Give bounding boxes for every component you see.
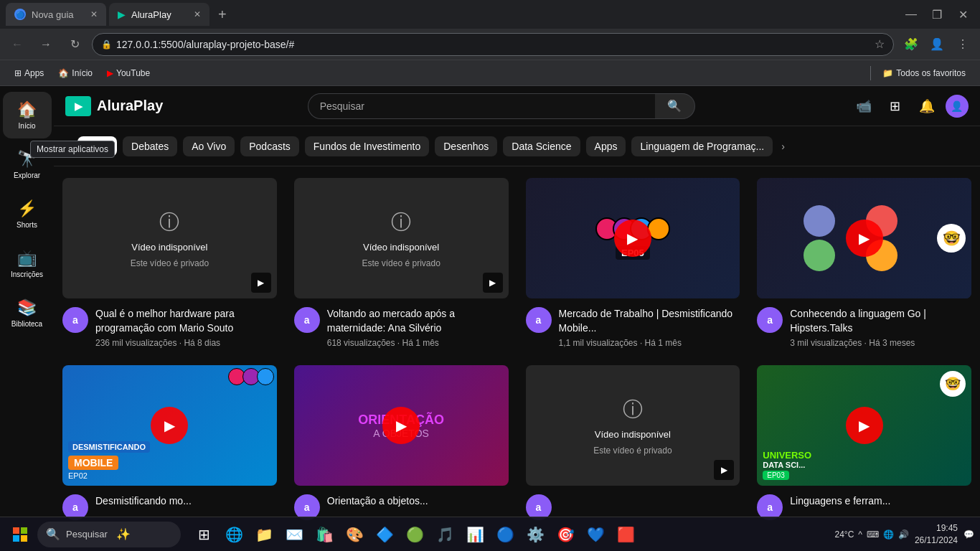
bookmark-youtube[interactable]: ▶ YouTube (101, 65, 156, 81)
tab-aluraplay-close-btn[interactable]: ✕ (194, 9, 201, 19)
video-meta-1: Qual é o melhor hardware para programaçã… (95, 307, 277, 348)
app15-icon[interactable]: 🟥 (611, 520, 640, 549)
search-button[interactable]: 🔍 (655, 93, 695, 119)
search-input[interactable] (308, 93, 655, 119)
back-button[interactable]: ← (6, 33, 29, 56)
store-icon[interactable]: 🛍️ (310, 520, 339, 549)
svg-rect-3 (21, 535, 27, 542)
svg-rect-1 (21, 527, 27, 534)
play-btn-2: ▶ (483, 273, 503, 293)
video-card-6[interactable]: ORIENTAÇÃO A OBJETOS ▶ a Orientação a ob… (286, 359, 517, 532)
menu-button[interactable]: ⋮ (951, 33, 974, 56)
filter-fundos[interactable]: Fundos de Investimento (305, 136, 429, 156)
apps-grid-button[interactable]: ⊞ (882, 93, 908, 119)
profile-button[interactable]: 👤 (925, 33, 948, 56)
video-card-5[interactable]: DESMISTIFICANDO MOBILE EP02 ▶ a (54, 359, 286, 532)
minimize-button[interactable]: — (900, 3, 923, 26)
copilot-icon: ✨ (116, 527, 131, 541)
address-bar[interactable]: 🔒 127.0.0.1:5500/aluraplay-projeto-base/… (92, 33, 894, 56)
taskbar-arrow-icon[interactable]: ^ (858, 529, 862, 540)
mail-icon[interactable]: ✉️ (280, 520, 308, 549)
yt-play-v3: ▶ (614, 220, 651, 257)
app-container: 🏠 Início 🔭 Explorar ⚡ Shorts 📺 Inscriçõe… (0, 86, 980, 537)
video-info-1: a Qual é o melhor hardware para programa… (62, 307, 277, 348)
chrome-icon[interactable]: 🔵 (491, 520, 519, 549)
start-button[interactable] (6, 520, 34, 549)
sidebar-inicio-label: Início (19, 122, 36, 130)
close-window-button[interactable]: ✕ (951, 3, 974, 26)
notifications-button[interactable]: 🔔 (914, 93, 940, 119)
video-card-3[interactable]: EP05 ▶ a Mercado de Trabalho | Desmistif… (517, 172, 749, 359)
taskbar-sound-icon[interactable]: 🔊 (898, 529, 909, 540)
taskbar-network-icon[interactable]: 🌐 (883, 529, 894, 540)
sidebar-item-biblioteca[interactable]: 📚 Biblioteca (3, 290, 52, 336)
app8-icon[interactable]: 🟢 (400, 520, 429, 549)
app6-icon[interactable]: 🎨 (340, 520, 369, 549)
taskbar-date: 26/11/2024 (915, 534, 958, 547)
sidebar-shorts-label: Shorts (17, 221, 37, 229)
video-title-5: Desmistificando mo... (95, 494, 277, 509)
filter-scroll-right[interactable]: › (778, 138, 788, 155)
bookmark-inicio[interactable]: 🏠 Início (52, 65, 98, 81)
tab-nova-guia[interactable]: 🔵 Nova guia ✕ (6, 3, 106, 26)
app10-icon[interactable]: 📊 (461, 520, 489, 549)
unavailable-title-2: Vídeo indisponível (363, 242, 439, 253)
explorer-icon[interactable]: 📁 (250, 520, 278, 549)
unavailable-title-1: Vídeo indisponível (131, 242, 207, 253)
new-tab-button[interactable]: + (212, 4, 232, 26)
filter-apps[interactable]: Apps (586, 136, 626, 156)
video-meta-4: Conhecendo a linguagem Go | Hipsters.Tal… (790, 307, 971, 348)
create-video-button[interactable]: 📹 (851, 93, 877, 119)
tab-aluraplay[interactable]: ▶ AluraPlay ✕ (109, 3, 209, 26)
sidebar-explorar-label: Explorar (14, 171, 40, 179)
unavailable-sub-1: Este vídeo é privado (131, 258, 209, 268)
app9-icon[interactable]: 🎵 (430, 520, 459, 549)
refresh-button[interactable]: ↻ (63, 33, 86, 56)
forward-button[interactable]: → (34, 33, 57, 56)
maximize-button[interactable]: ❐ (925, 3, 948, 26)
sidebar-item-shorts[interactable]: ⚡ Shorts (3, 191, 52, 237)
taskbar-time[interactable]: 19:45 26/11/2024 (915, 522, 958, 547)
video-thumb-1: ⓘ Vídeo indisponível Este vídeo é privad… (62, 178, 277, 298)
taskbar-search[interactable]: 🔍 Pesquisar ✨ (37, 522, 181, 547)
sidebar-item-inicio[interactable]: 🏠 Início (3, 92, 52, 138)
all-bookmarks[interactable]: 📁 Todos os favoritos (877, 65, 971, 81)
app13-icon[interactable]: 🎯 (551, 520, 580, 549)
video-card-1[interactable]: ⓘ Vídeo indisponível Este vídeo é privad… (54, 172, 286, 359)
taskbar-clock: 19:45 (915, 522, 958, 534)
video-card-8[interactable]: UNIVERSO DATA SCI... EP03 🤓 ▶ a Linguage… (748, 359, 980, 532)
app7-icon[interactable]: 🔷 (370, 520, 399, 549)
filter-datascience[interactable]: Data Science (503, 136, 580, 156)
edge-icon[interactable]: 🌐 (220, 520, 248, 549)
taskbar: 🔍 Pesquisar ✨ ⊞ 🌐 📁 ✉️ 🛍️ 🎨 🔷 🟢 🎵 📊 🔵 ⚙️… (0, 517, 980, 551)
yt-play-v4: ▶ (846, 220, 883, 257)
bookmark-apps[interactable]: ⊞ Apps (9, 65, 50, 81)
unavailable-title-7: Vídeo indisponível (595, 429, 671, 440)
extensions-button[interactable]: 🧩 (900, 33, 923, 56)
taskview-button[interactable]: ⊞ (189, 520, 218, 549)
apps-tooltip: Mostrar aplicativos (30, 141, 115, 158)
sidebar-item-inscricoes[interactable]: 📺 Inscrições (3, 240, 52, 287)
filter-linguagem[interactable]: Linguagem de Programaç... (631, 136, 773, 156)
filter-debates[interactable]: Debates (123, 136, 177, 156)
video-card-7[interactable]: ⓘ Vídeo indisponível Este vídeo é privad… (517, 359, 749, 532)
app12-icon[interactable]: ⚙️ (521, 520, 550, 549)
logo: ▶ AluraPlay (65, 96, 163, 116)
video-thumb-7: ⓘ Vídeo indisponível Este vídeo é privad… (526, 365, 740, 486)
video-info-3: a Mercado de Trabalho | Desmistificando … (526, 307, 740, 348)
unavailable-icon-2: ⓘ (391, 209, 411, 236)
video-card-4[interactable]: 🤓 ▶ a Conhecendo a linguagem Go | Hipste… (748, 172, 980, 359)
tab-favicon: 🔵 (14, 9, 26, 20)
subscriptions-icon: 📺 (17, 249, 37, 268)
header-actions: 📹 ⊞ 🔔 👤 (851, 93, 969, 119)
play-btn-7: ▶ (714, 460, 734, 480)
filter-aovivo[interactable]: Ao Vivo (183, 136, 235, 156)
video-title-1: Qual é o melhor hardware para programaçã… (95, 307, 277, 335)
filter-podcasts[interactable]: Podcasts (240, 136, 299, 156)
tab-close-btn[interactable]: ✕ (90, 9, 98, 19)
vscode-icon[interactable]: 💙 (581, 520, 610, 549)
filter-desenhos[interactable]: Desenhos (435, 136, 497, 156)
user-avatar[interactable]: 👤 (946, 95, 969, 118)
video-card-2[interactable]: ⓘ Vídeo indisponível Este vídeo é privad… (286, 172, 517, 359)
taskbar-notification-icon[interactable]: 💬 (963, 529, 974, 540)
